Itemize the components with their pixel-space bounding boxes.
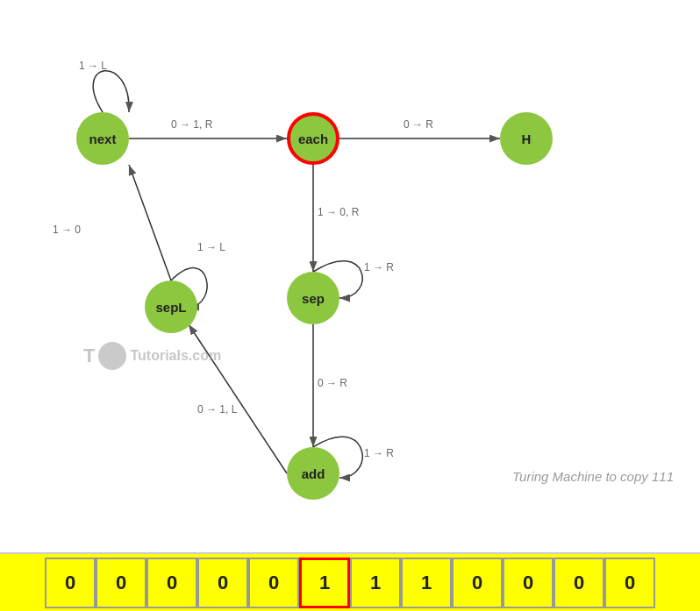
tape-area: 000001110000 bbox=[0, 552, 700, 611]
node-each: each bbox=[287, 112, 339, 165]
tape-cell-4: 0 bbox=[248, 558, 299, 608]
tape-cell-8: 0 bbox=[452, 558, 503, 608]
watermark: T 4 Tutorials.com bbox=[83, 342, 221, 370]
node-sepL-label: sepL bbox=[155, 300, 186, 315]
tape-cell-10: 0 bbox=[554, 558, 604, 608]
watermark-badge: 4 bbox=[98, 342, 126, 370]
node-each-label: each bbox=[298, 131, 328, 146]
watermark-T: T bbox=[83, 345, 95, 367]
label-sepL-self: 1 → L bbox=[197, 241, 225, 253]
tape-cell-3: 0 bbox=[197, 558, 248, 608]
node-H-label: H bbox=[522, 131, 532, 146]
diagram-area: next each H sepL sep add 1 → L 0 → 1, R … bbox=[0, 0, 700, 552]
label-next-each: 0 → 1, R bbox=[171, 118, 212, 131]
node-sep: sep bbox=[287, 272, 339, 324]
label-sepL-next: 1 → 0 bbox=[53, 224, 81, 236]
svg-line-5 bbox=[129, 165, 171, 281]
tape-cell-6: 1 bbox=[350, 558, 401, 608]
tape-cell-1: 0 bbox=[96, 558, 146, 608]
label-next-self: 1 → L bbox=[79, 60, 107, 72]
node-next-label: next bbox=[89, 131, 117, 146]
label-sep-add: 0 → R bbox=[318, 377, 347, 389]
tape-cell-0: 0 bbox=[45, 558, 96, 608]
arrows-svg bbox=[0, 0, 700, 552]
tape-cell-5: 1 bbox=[299, 558, 350, 608]
node-sepL: sepL bbox=[145, 281, 197, 333]
node-add: add bbox=[287, 447, 339, 500]
node-H: H bbox=[500, 112, 553, 165]
tape-cell-11: 0 bbox=[604, 558, 655, 608]
node-next: next bbox=[76, 112, 129, 165]
label-each-sep: 1 → 0, R bbox=[318, 206, 359, 218]
node-sep-label: sep bbox=[302, 291, 325, 306]
tape-cell-7: 1 bbox=[401, 558, 452, 608]
label-add-sepL: 0 → 1, L bbox=[197, 403, 237, 416]
watermark-text: Tutorials.com bbox=[130, 348, 221, 364]
label-sep-self: 1 → R bbox=[364, 261, 394, 274]
label-each-H: 0 → R bbox=[404, 118, 433, 131]
tape-cell-9: 0 bbox=[503, 558, 554, 608]
tape-cell-2: 0 bbox=[146, 558, 197, 608]
label-add-self: 1 → R bbox=[364, 447, 394, 459]
node-add-label: add bbox=[302, 466, 325, 481]
